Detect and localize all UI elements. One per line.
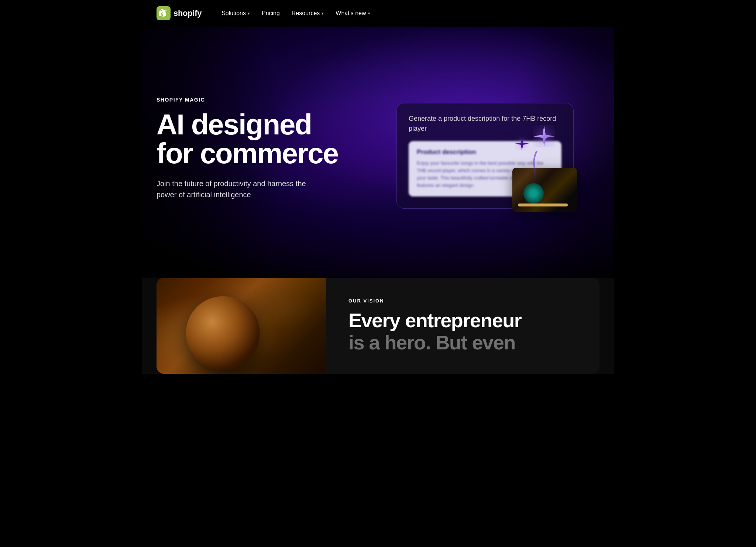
nav-resources[interactable]: Resources ▾ (286, 7, 329, 20)
hero-eyebrow: SHOPIFY MAGIC (157, 97, 371, 103)
nav-pricing[interactable]: Pricing (257, 7, 285, 20)
vision-title: Every entrepreneur is a hero. But even (348, 310, 521, 353)
large-gem-icon (533, 125, 555, 147)
chevron-down-icon: ▾ (248, 11, 250, 16)
logo-link[interactable]: shopify (157, 6, 202, 20)
gem-tail-icon (531, 151, 542, 181)
chevron-down-icon: ▾ (368, 11, 370, 16)
nav-whats-new[interactable]: What's new ▾ (330, 7, 375, 20)
hero-title: AI designed for commerce (157, 110, 371, 168)
hero-section: SHOPIFY MAGIC AI designed for commerce J… (142, 27, 614, 278)
hero-subtitle: Join the future of productivity and harn… (157, 178, 319, 200)
logo-text: shopify (173, 8, 202, 18)
vision-image (157, 278, 326, 374)
vision-card: OUR VISION Every entrepreneur is a hero.… (157, 278, 599, 374)
hero-content: SHOPIFY MAGIC AI designed for commerce J… (157, 97, 371, 200)
nav-solutions[interactable]: Solutions ▾ (216, 7, 255, 20)
nav-links: Solutions ▾ Pricing Resources ▾ What's n… (216, 7, 375, 20)
chevron-down-icon: ▾ (322, 11, 324, 16)
vision-eyebrow: OUR VISION (348, 298, 521, 304)
hero-right: Generate a product description for the 7… (371, 88, 599, 209)
bottom-section: OUR VISION Every entrepreneur is a hero.… (142, 278, 614, 374)
vision-text: OUR VISION Every entrepreneur is a hero.… (326, 278, 543, 374)
small-gem-icon (515, 136, 529, 151)
navigation: shopify Solutions ▾ Pricing Resources ▾ … (142, 0, 614, 27)
sparkle-container (496, 118, 563, 192)
shopify-bag-icon (157, 6, 171, 20)
